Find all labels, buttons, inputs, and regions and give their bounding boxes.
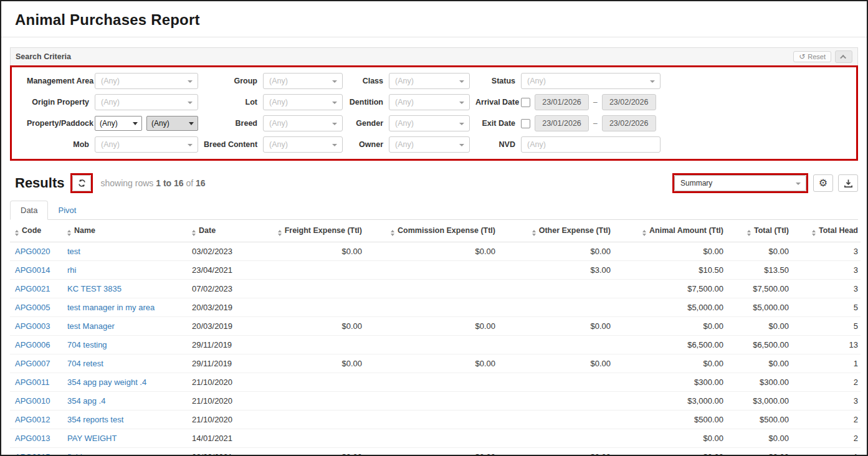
property-select[interactable]: (Any)	[95, 116, 142, 131]
report-view-select[interactable]: Summary	[674, 175, 806, 191]
class-select[interactable]: (Any)	[389, 73, 470, 89]
origin-property-select[interactable]: (Any)	[95, 94, 198, 110]
sort-icon	[192, 230, 196, 236]
name-link[interactable]: rhi	[67, 265, 76, 275]
management-area-select[interactable]: (Any)	[95, 73, 198, 89]
download-button[interactable]	[838, 174, 858, 192]
status-select[interactable]: (Any)	[521, 73, 661, 89]
gender-select[interactable]: (Any)	[389, 115, 470, 131]
name-link[interactable]: test	[67, 247, 80, 256]
animal-amount-cell: $10.50	[613, 261, 726, 280]
code-link[interactable]: APG0015	[15, 452, 50, 456]
other-expense-cell	[498, 280, 613, 298]
name-link[interactable]: 354 apg .4	[67, 396, 105, 406]
property-paddock-field: (Any) (Any)	[95, 116, 198, 131]
results-title: Results	[15, 175, 64, 191]
column-header-total-head[interactable]: Total Head	[791, 220, 861, 242]
chevron-up-icon	[840, 54, 846, 60]
sort-icon	[67, 230, 71, 236]
sort-icon	[391, 230, 394, 236]
total-cell: $0.00	[726, 448, 791, 456]
tab-pivot[interactable]: Pivot	[48, 201, 86, 219]
lot-select[interactable]: (Any)	[263, 94, 343, 110]
column-header-name[interactable]: Name	[65, 220, 189, 242]
animal-amount-cell: $500.00	[613, 411, 726, 429]
chevron-down-icon	[459, 102, 464, 104]
breed-select[interactable]: (Any)	[263, 115, 343, 131]
total-cell: $500.00	[726, 411, 791, 429]
name-link[interactable]: 354 reports test	[67, 415, 123, 424]
lot-label: Lot	[204, 98, 257, 107]
date-cell: 29/11/2019	[189, 354, 255, 373]
group-label: Group	[204, 77, 257, 85]
refresh-button[interactable]	[72, 175, 91, 191]
dentition-select[interactable]: (Any)	[389, 94, 470, 110]
table-row: APG0005 test manager in my area 20/03/20…	[10, 298, 861, 317]
report-view-value: Summary	[680, 179, 712, 188]
total-cell: $7,500.00	[726, 280, 791, 298]
total-head-cell: 5	[791, 317, 861, 336]
sort-icon	[642, 230, 646, 236]
panel-tools: ↺ Reset	[793, 50, 852, 63]
nvd-input[interactable]	[521, 136, 661, 153]
name-link[interactable]: KC TEST 3835	[67, 284, 122, 293]
arrival-date-checkbox[interactable]	[521, 98, 530, 107]
chevron-down-icon	[189, 122, 194, 125]
name-link[interactable]: test manager in my area	[67, 303, 155, 312]
name-link[interactable]: fields	[67, 452, 86, 456]
owner-select[interactable]: (Any)	[389, 136, 470, 153]
column-header-animal-amount[interactable]: Animal Amount (Ttl)	[613, 220, 726, 242]
name-link[interactable]: test Manager	[67, 321, 115, 331]
column-header-total[interactable]: Total (Ttl)	[726, 220, 791, 242]
code-link[interactable]: APG0006	[15, 340, 50, 349]
column-header-commission-expense[interactable]: Commission Expense (Ttl)	[365, 220, 498, 242]
commission-expense-cell	[365, 261, 498, 280]
code-link[interactable]: APG0010	[15, 396, 50, 406]
arrival-date-label: Arrival Date	[475, 98, 515, 107]
column-header-date[interactable]: Date	[189, 220, 255, 242]
table-header-row: Code Name Date Freight Expense (Ttl) Com…	[10, 220, 861, 242]
exit-date-to[interactable]: 23/02/2026	[602, 115, 656, 131]
arrival-date-to[interactable]: 23/02/2026	[602, 94, 656, 110]
arrival-date-from[interactable]: 23/01/2026	[535, 94, 589, 110]
code-link[interactable]: APG0021	[15, 284, 50, 293]
code-link[interactable]: APG0020	[15, 247, 50, 256]
code-link[interactable]: APG0005	[15, 303, 50, 312]
commission-expense-cell	[365, 429, 498, 448]
other-expense-cell	[498, 373, 613, 392]
code-link[interactable]: APG0012	[15, 415, 50, 424]
paddock-select[interactable]: (Any)	[146, 116, 198, 131]
settings-button[interactable]: ⚙	[813, 174, 833, 192]
name-link[interactable]: 704 retest	[67, 359, 103, 368]
commission-expense-cell: $0.00	[365, 242, 498, 261]
table-row: APG0010 354 apg .4 21/10/2020 $3,000.00 …	[10, 392, 861, 411]
name-link[interactable]: 704 testing	[67, 340, 107, 349]
exit-date-from[interactable]: 23/01/2026	[535, 115, 589, 131]
code-link[interactable]: APG0013	[15, 434, 50, 443]
name-link[interactable]: PAY WEIGHT	[67, 434, 117, 443]
group-select[interactable]: (Any)	[263, 73, 343, 89]
total-cell: $5,000.00	[726, 298, 791, 317]
code-link[interactable]: APG0014	[15, 265, 50, 275]
chevron-down-icon	[796, 183, 801, 185]
collapse-panel-button[interactable]	[835, 50, 852, 63]
breed-content-select[interactable]: (Any)	[263, 136, 343, 153]
origin-property-value: (Any)	[101, 98, 120, 107]
total-head-cell: 2	[791, 429, 861, 448]
mob-select[interactable]: (Any)	[95, 136, 198, 153]
name-link[interactable]: 354 apg pay weight .4	[67, 378, 146, 387]
tab-data[interactable]: Data	[10, 201, 48, 220]
column-header-code[interactable]: Code	[10, 220, 65, 242]
code-link[interactable]: APG0011	[15, 378, 49, 387]
reset-button[interactable]: ↺ Reset	[793, 51, 831, 62]
code-link[interactable]: APG0007	[15, 359, 50, 368]
animal-amount-cell: $7,500.00	[613, 280, 726, 298]
chevron-down-icon	[332, 123, 337, 125]
exit-date-checkbox[interactable]	[521, 119, 530, 128]
freight-expense-cell	[255, 411, 365, 429]
column-header-other-expense[interactable]: Other Expense (Ttl)	[498, 220, 613, 242]
gender-label: Gender	[348, 119, 383, 128]
column-header-freight-expense[interactable]: Freight Expense (Ttl)	[255, 220, 365, 242]
code-link[interactable]: APG0003	[15, 321, 50, 331]
sort-icon	[278, 230, 282, 236]
